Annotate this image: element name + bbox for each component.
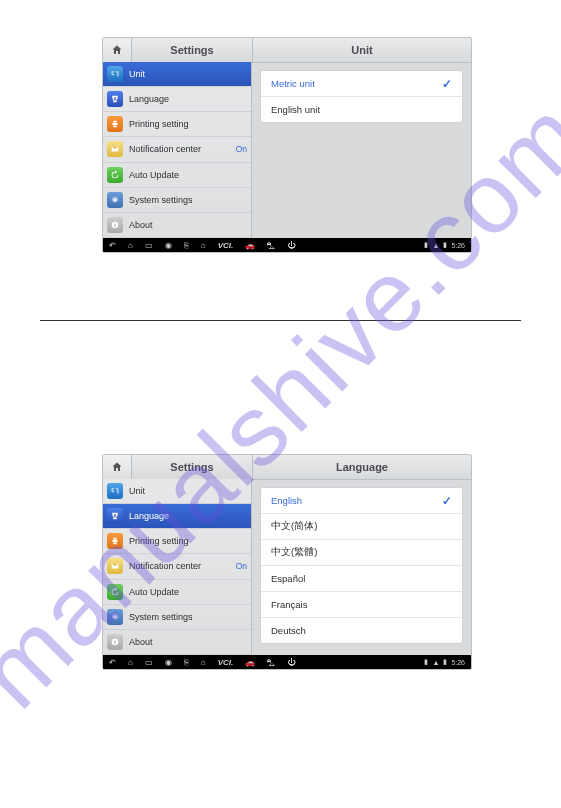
car-group-icon[interactable]: ⛍: [267, 658, 275, 667]
option-label: 中文(繁體): [271, 546, 317, 559]
sidebar-item-system[interactable]: System settings: [103, 188, 251, 213]
vci-label: VCI.: [218, 658, 234, 667]
power-icon[interactable]: ⏻: [287, 241, 295, 250]
globe-icon[interactable]: ◉: [165, 241, 172, 250]
sidebar-item-label: Printing setting: [129, 119, 189, 129]
options-panel: Metric unit ✓ English unit: [260, 70, 463, 123]
back-icon[interactable]: ↶: [109, 658, 116, 667]
top-bar: Settings Language: [103, 455, 471, 480]
globe-icon[interactable]: ◉: [165, 658, 172, 667]
option-english-unit[interactable]: English unit: [261, 97, 462, 122]
sidebar-item-label: Printing setting: [129, 536, 189, 546]
option-label: Metric unit: [271, 78, 315, 89]
option-label: Français: [271, 599, 307, 610]
status-indicator: ▮: [424, 241, 428, 249]
page-title: Language: [253, 455, 471, 479]
page-title: Unit: [253, 38, 471, 62]
sidebar-item-label: Unit: [129, 69, 145, 79]
sidebar-item-language[interactable]: A Language: [103, 87, 251, 112]
car-group-icon[interactable]: ⛍: [267, 241, 275, 250]
option-french[interactable]: Français: [261, 592, 462, 618]
sidebar-item-notification[interactable]: Notification center On: [103, 137, 251, 162]
sidebar-item-update[interactable]: Auto Update: [103, 580, 251, 605]
clock: 5:26: [451, 242, 465, 249]
notification-icon: [107, 558, 123, 574]
update-icon: [107, 584, 123, 600]
house-icon[interactable]: ⌂: [201, 241, 206, 250]
recent-icon[interactable]: ▭: [145, 241, 153, 250]
sidebar-item-label: Notification center: [129, 561, 201, 571]
car-icon[interactable]: 🚗: [245, 658, 255, 667]
home-button[interactable]: [103, 38, 132, 62]
option-label: English unit: [271, 104, 320, 115]
share-icon[interactable]: ⎘: [184, 658, 189, 667]
divider-line: [40, 320, 521, 321]
unit-icon: [107, 483, 123, 499]
clock: 5:26: [451, 659, 465, 666]
battery-icon: ▮: [443, 658, 447, 666]
nav-home-icon[interactable]: ⌂: [128, 658, 133, 667]
recent-icon[interactable]: ▭: [145, 658, 153, 667]
vci-label: VCI.: [218, 241, 234, 250]
svg-text:A: A: [113, 96, 117, 102]
print-icon: [107, 533, 123, 549]
print-icon: [107, 116, 123, 132]
sidebar-item-label: Language: [129, 94, 169, 104]
sidebar-item-printing[interactable]: Printing setting: [103, 529, 251, 554]
settings-sidebar: Unit A Language Printing setting Notific…: [103, 479, 252, 655]
settings-title: Settings: [132, 38, 253, 62]
car-icon[interactable]: 🚗: [245, 241, 255, 250]
sidebar-item-language[interactable]: A Language: [103, 504, 251, 529]
sidebar-item-label: About: [129, 637, 153, 647]
android-navbar: ↶ ⌂ ▭ ◉ ⎘ ⌂ VCI. 🚗 ⛍ ⏻ ▮ ▲ ▮ 5:26: [103, 655, 471, 669]
check-icon: ✓: [442, 77, 452, 91]
sidebar-item-label: System settings: [129, 612, 193, 622]
option-spanish[interactable]: Español: [261, 566, 462, 592]
option-chinese-simplified[interactable]: 中文(简体): [261, 514, 462, 540]
info-icon: i: [107, 634, 123, 650]
content-area: English ✓ 中文(简体) 中文(繁體) Español Français…: [252, 479, 471, 655]
back-icon[interactable]: ↶: [109, 241, 116, 250]
sidebar-item-about[interactable]: i About: [103, 213, 251, 238]
info-icon: i: [107, 217, 123, 233]
option-label: Español: [271, 573, 305, 584]
settings-sidebar: Unit A Language Printing setting Notific…: [103, 62, 252, 238]
option-chinese-traditional[interactable]: 中文(繁體): [261, 540, 462, 566]
sidebar-item-value: On: [236, 144, 247, 154]
option-german[interactable]: Deutsch: [261, 618, 462, 643]
sidebar-item-notification[interactable]: Notification center On: [103, 554, 251, 579]
sidebar-item-unit[interactable]: Unit: [103, 479, 251, 504]
option-label: Deutsch: [271, 625, 306, 636]
sidebar-item-printing[interactable]: Printing setting: [103, 112, 251, 137]
device-screenshot-2: Settings Language Unit A Language Printi…: [102, 454, 472, 670]
gear-icon: [107, 609, 123, 625]
sidebar-item-label: Language: [129, 511, 169, 521]
option-label: 中文(简体): [271, 520, 317, 533]
language-icon: A: [107, 508, 123, 524]
sidebar-item-label: Unit: [129, 486, 145, 496]
wifi-icon: ▲: [432, 242, 439, 249]
option-metric-unit[interactable]: Metric unit ✓: [261, 71, 462, 97]
sidebar-item-label: Auto Update: [129, 170, 179, 180]
sidebar-item-unit[interactable]: Unit: [103, 62, 251, 87]
notification-icon: [107, 141, 123, 157]
device-screenshot-1: Settings Unit Unit A Language Printing s…: [102, 37, 472, 253]
sidebar-item-label: System settings: [129, 195, 193, 205]
power-icon[interactable]: ⏻: [287, 658, 295, 667]
language-icon: A: [107, 91, 123, 107]
share-icon[interactable]: ⎘: [184, 241, 189, 250]
sidebar-item-about[interactable]: i About: [103, 630, 251, 655]
house-icon[interactable]: ⌂: [201, 658, 206, 667]
sidebar-item-label: Notification center: [129, 144, 201, 154]
sidebar-item-system[interactable]: System settings: [103, 605, 251, 630]
check-icon: ✓: [442, 494, 452, 508]
top-bar: Settings Unit: [103, 38, 471, 63]
battery-icon: ▮: [443, 241, 447, 249]
option-english[interactable]: English ✓: [261, 488, 462, 514]
content-area: Metric unit ✓ English unit: [252, 62, 471, 238]
status-bar: ▮ ▲ ▮ 5:26: [424, 658, 465, 666]
sidebar-item-update[interactable]: Auto Update: [103, 163, 251, 188]
home-button[interactable]: [103, 455, 132, 479]
nav-home-icon[interactable]: ⌂: [128, 241, 133, 250]
sidebar-item-label: About: [129, 220, 153, 230]
